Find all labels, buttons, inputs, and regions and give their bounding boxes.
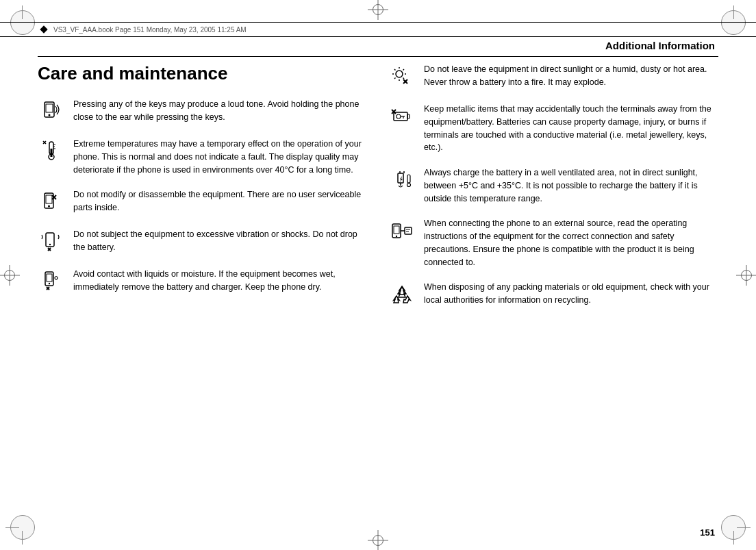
svg-point-48 — [407, 184, 411, 187]
svg-line-31 — [403, 69, 405, 71]
corner-decoration-br — [716, 510, 751, 545]
care-item-no-sunlight: Do not leave the equipment in direct sun… — [388, 63, 718, 90]
care-item-pressing-keys: Pressing any of the keys may produce a l… — [38, 98, 368, 125]
connect-icon — [388, 217, 416, 245]
svg-rect-5 — [51, 149, 53, 157]
care-item-no-vibration: Do not subject the equipment to excessiv… — [38, 228, 368, 255]
care-text-pressing-keys: Pressing any of the keys may produce a l… — [73, 98, 368, 124]
charge-temp-icon — [388, 166, 416, 194]
svg-line-33 — [403, 78, 405, 79]
svg-rect-47 — [407, 175, 410, 183]
svg-rect-43 — [398, 173, 403, 183]
recycle-icon — [388, 281, 416, 308]
care-text-no-liquid: Avoid contact with liquids or moisture. … — [73, 268, 368, 294]
header-file-info: VS3_VF_AAA.book Page 151 Monday, May 23,… — [41, 26, 247, 34]
svg-rect-37 — [407, 114, 410, 118]
phone-ear-icon — [38, 98, 65, 125]
svg-line-32 — [394, 78, 396, 79]
page-main-title: Care and maintenance — [38, 63, 368, 84]
care-item-extreme-temps: Extreme temperatures may have a temporar… — [38, 138, 368, 176]
svg-point-13 — [48, 205, 50, 208]
thermometer-icon — [38, 138, 65, 165]
header-diamond — [40, 25, 47, 33]
care-text-no-vibration: Do not subject the equipment to excessiv… — [73, 228, 368, 254]
care-item-charge-ventilated: Always charge the battery in a well vent… — [388, 166, 718, 205]
main-content: Care and maintenance Pressing any of the… — [38, 63, 718, 516]
care-item-connecting: When connecting the phone to an external… — [388, 217, 718, 268]
care-item-recycling: When disposing of any packing materials … — [388, 281, 718, 308]
no-metal-icon — [388, 103, 416, 130]
svg-line-30 — [394, 69, 396, 71]
svg-rect-12 — [46, 195, 52, 203]
svg-point-2 — [49, 114, 51, 116]
care-item-no-modify: Do not modify or disassemble the equipme… — [38, 188, 368, 216]
care-text-charge-ventilated: Always charge the battery in a well vent… — [424, 166, 718, 205]
svg-point-38 — [396, 114, 401, 118]
svg-rect-50 — [394, 226, 399, 234]
svg-point-22 — [49, 283, 50, 284]
care-text-connecting: When connecting the phone to an external… — [424, 217, 718, 268]
care-item-metallic: Keep metallic items that may accidentall… — [388, 103, 718, 154]
care-text-no-modify: Do not modify or disassemble the equipme… — [73, 188, 368, 214]
section-divider — [38, 56, 718, 57]
svg-rect-53 — [405, 227, 412, 234]
svg-rect-21 — [47, 274, 52, 282]
svg-point-25 — [396, 71, 403, 77]
svg-point-17 — [49, 244, 51, 245]
care-item-no-liquid: Avoid contact with liquids or moisture. … — [38, 268, 368, 295]
page-number: 151 — [700, 527, 715, 538]
right-column: Do not leave the equipment in direct sun… — [388, 63, 718, 516]
care-text-extreme-temps: Extreme temperatures may have a temporar… — [73, 138, 368, 176]
corner-decoration-bl — [5, 510, 40, 545]
no-tools-icon — [38, 188, 65, 216]
no-sun-icon — [388, 63, 416, 90]
no-liquid-icon — [38, 268, 65, 295]
header-text: VS3_VF_AAA.book Page 151 Monday, May 23,… — [53, 26, 247, 34]
page-section-title: Additional Information — [605, 40, 715, 51]
svg-point-51 — [396, 236, 397, 237]
left-column: Care and maintenance Pressing any of the… — [38, 63, 368, 516]
no-vibration-icon — [38, 228, 65, 255]
svg-rect-1 — [46, 104, 53, 112]
header-bar: VS3_VF_AAA.book Page 151 Monday, May 23,… — [0, 22, 756, 37]
care-text-no-sunlight: Do not leave the equipment in direct sun… — [424, 63, 718, 89]
care-text-recycling: When disposing of any packing materials … — [424, 281, 718, 307]
care-text-metallic: Keep metallic items that may accidentall… — [424, 103, 718, 154]
